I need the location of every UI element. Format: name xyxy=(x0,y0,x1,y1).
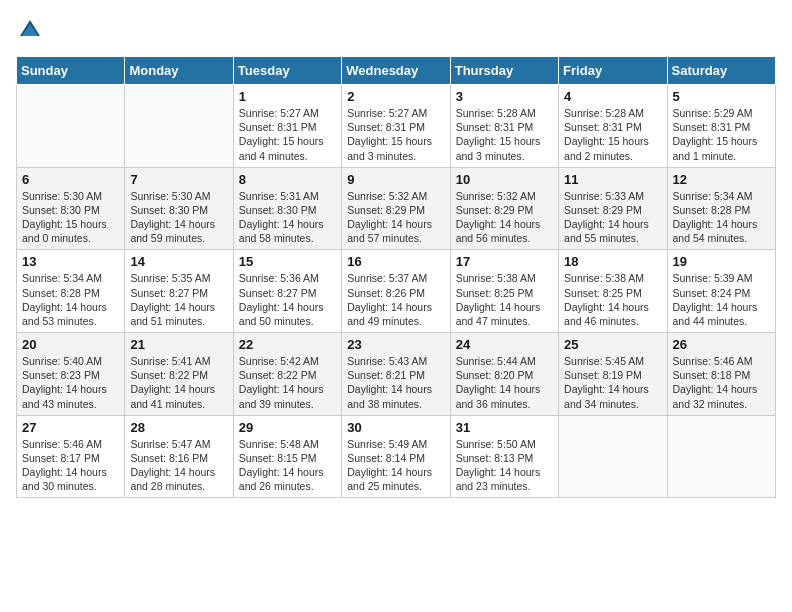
day-info: Sunrise: 5:49 AM Sunset: 8:14 PM Dayligh… xyxy=(347,437,444,494)
calendar-cell: 4Sunrise: 5:28 AM Sunset: 8:31 PM Daylig… xyxy=(559,85,667,168)
calendar-cell: 3Sunrise: 5:28 AM Sunset: 8:31 PM Daylig… xyxy=(450,85,558,168)
day-info: Sunrise: 5:46 AM Sunset: 8:18 PM Dayligh… xyxy=(673,354,770,411)
day-info: Sunrise: 5:45 AM Sunset: 8:19 PM Dayligh… xyxy=(564,354,661,411)
calendar-cell xyxy=(559,415,667,498)
day-number: 8 xyxy=(239,172,336,187)
day-number: 3 xyxy=(456,89,553,104)
day-number: 19 xyxy=(673,254,770,269)
day-info: Sunrise: 5:36 AM Sunset: 8:27 PM Dayligh… xyxy=(239,271,336,328)
day-number: 12 xyxy=(673,172,770,187)
day-number: 28 xyxy=(130,420,227,435)
page-header xyxy=(16,16,776,44)
calendar-cell: 19Sunrise: 5:39 AM Sunset: 8:24 PM Dayli… xyxy=(667,250,775,333)
calendar-cell: 11Sunrise: 5:33 AM Sunset: 8:29 PM Dayli… xyxy=(559,167,667,250)
calendar-cell: 17Sunrise: 5:38 AM Sunset: 8:25 PM Dayli… xyxy=(450,250,558,333)
calendar-cell: 18Sunrise: 5:38 AM Sunset: 8:25 PM Dayli… xyxy=(559,250,667,333)
day-number: 14 xyxy=(130,254,227,269)
calendar-cell: 15Sunrise: 5:36 AM Sunset: 8:27 PM Dayli… xyxy=(233,250,341,333)
day-info: Sunrise: 5:38 AM Sunset: 8:25 PM Dayligh… xyxy=(564,271,661,328)
calendar-cell: 23Sunrise: 5:43 AM Sunset: 8:21 PM Dayli… xyxy=(342,333,450,416)
calendar-week-row: 20Sunrise: 5:40 AM Sunset: 8:23 PM Dayli… xyxy=(17,333,776,416)
day-number: 23 xyxy=(347,337,444,352)
logo xyxy=(16,16,48,44)
day-number: 2 xyxy=(347,89,444,104)
day-number: 18 xyxy=(564,254,661,269)
calendar-cell: 21Sunrise: 5:41 AM Sunset: 8:22 PM Dayli… xyxy=(125,333,233,416)
calendar-header-wednesday: Wednesday xyxy=(342,57,450,85)
calendar-header-saturday: Saturday xyxy=(667,57,775,85)
day-number: 26 xyxy=(673,337,770,352)
day-number: 5 xyxy=(673,89,770,104)
calendar-cell: 29Sunrise: 5:48 AM Sunset: 8:15 PM Dayli… xyxy=(233,415,341,498)
day-number: 20 xyxy=(22,337,119,352)
day-number: 16 xyxy=(347,254,444,269)
day-number: 22 xyxy=(239,337,336,352)
day-number: 9 xyxy=(347,172,444,187)
day-info: Sunrise: 5:30 AM Sunset: 8:30 PM Dayligh… xyxy=(22,189,119,246)
day-number: 10 xyxy=(456,172,553,187)
day-info: Sunrise: 5:28 AM Sunset: 8:31 PM Dayligh… xyxy=(564,106,661,163)
day-info: Sunrise: 5:34 AM Sunset: 8:28 PM Dayligh… xyxy=(22,271,119,328)
day-number: 17 xyxy=(456,254,553,269)
calendar-week-row: 27Sunrise: 5:46 AM Sunset: 8:17 PM Dayli… xyxy=(17,415,776,498)
calendar-cell: 28Sunrise: 5:47 AM Sunset: 8:16 PM Dayli… xyxy=(125,415,233,498)
calendar-cell: 5Sunrise: 5:29 AM Sunset: 8:31 PM Daylig… xyxy=(667,85,775,168)
calendar-cell xyxy=(125,85,233,168)
day-number: 30 xyxy=(347,420,444,435)
day-number: 1 xyxy=(239,89,336,104)
calendar-cell: 8Sunrise: 5:31 AM Sunset: 8:30 PM Daylig… xyxy=(233,167,341,250)
day-info: Sunrise: 5:28 AM Sunset: 8:31 PM Dayligh… xyxy=(456,106,553,163)
day-info: Sunrise: 5:43 AM Sunset: 8:21 PM Dayligh… xyxy=(347,354,444,411)
calendar-header-thursday: Thursday xyxy=(450,57,558,85)
calendar-header-sunday: Sunday xyxy=(17,57,125,85)
calendar-cell: 13Sunrise: 5:34 AM Sunset: 8:28 PM Dayli… xyxy=(17,250,125,333)
day-info: Sunrise: 5:39 AM Sunset: 8:24 PM Dayligh… xyxy=(673,271,770,328)
calendar-header-monday: Monday xyxy=(125,57,233,85)
day-number: 13 xyxy=(22,254,119,269)
day-number: 15 xyxy=(239,254,336,269)
day-info: Sunrise: 5:50 AM Sunset: 8:13 PM Dayligh… xyxy=(456,437,553,494)
day-number: 21 xyxy=(130,337,227,352)
calendar-cell: 16Sunrise: 5:37 AM Sunset: 8:26 PM Dayli… xyxy=(342,250,450,333)
day-info: Sunrise: 5:48 AM Sunset: 8:15 PM Dayligh… xyxy=(239,437,336,494)
calendar-cell: 7Sunrise: 5:30 AM Sunset: 8:30 PM Daylig… xyxy=(125,167,233,250)
calendar-cell: 10Sunrise: 5:32 AM Sunset: 8:29 PM Dayli… xyxy=(450,167,558,250)
calendar-cell: 14Sunrise: 5:35 AM Sunset: 8:27 PM Dayli… xyxy=(125,250,233,333)
day-info: Sunrise: 5:31 AM Sunset: 8:30 PM Dayligh… xyxy=(239,189,336,246)
calendar-cell: 9Sunrise: 5:32 AM Sunset: 8:29 PM Daylig… xyxy=(342,167,450,250)
day-number: 29 xyxy=(239,420,336,435)
day-number: 31 xyxy=(456,420,553,435)
calendar-week-row: 13Sunrise: 5:34 AM Sunset: 8:28 PM Dayli… xyxy=(17,250,776,333)
day-info: Sunrise: 5:34 AM Sunset: 8:28 PM Dayligh… xyxy=(673,189,770,246)
day-info: Sunrise: 5:27 AM Sunset: 8:31 PM Dayligh… xyxy=(347,106,444,163)
day-info: Sunrise: 5:44 AM Sunset: 8:20 PM Dayligh… xyxy=(456,354,553,411)
calendar-week-row: 6Sunrise: 5:30 AM Sunset: 8:30 PM Daylig… xyxy=(17,167,776,250)
day-number: 6 xyxy=(22,172,119,187)
calendar-cell: 6Sunrise: 5:30 AM Sunset: 8:30 PM Daylig… xyxy=(17,167,125,250)
day-info: Sunrise: 5:38 AM Sunset: 8:25 PM Dayligh… xyxy=(456,271,553,328)
day-number: 4 xyxy=(564,89,661,104)
day-info: Sunrise: 5:41 AM Sunset: 8:22 PM Dayligh… xyxy=(130,354,227,411)
day-number: 25 xyxy=(564,337,661,352)
day-number: 11 xyxy=(564,172,661,187)
calendar-cell: 26Sunrise: 5:46 AM Sunset: 8:18 PM Dayli… xyxy=(667,333,775,416)
calendar-table: SundayMondayTuesdayWednesdayThursdayFrid… xyxy=(16,56,776,498)
calendar-header-row: SundayMondayTuesdayWednesdayThursdayFrid… xyxy=(17,57,776,85)
calendar-cell: 31Sunrise: 5:50 AM Sunset: 8:13 PM Dayli… xyxy=(450,415,558,498)
day-info: Sunrise: 5:27 AM Sunset: 8:31 PM Dayligh… xyxy=(239,106,336,163)
calendar-cell xyxy=(667,415,775,498)
day-info: Sunrise: 5:33 AM Sunset: 8:29 PM Dayligh… xyxy=(564,189,661,246)
calendar-cell: 20Sunrise: 5:40 AM Sunset: 8:23 PM Dayli… xyxy=(17,333,125,416)
day-info: Sunrise: 5:42 AM Sunset: 8:22 PM Dayligh… xyxy=(239,354,336,411)
day-info: Sunrise: 5:29 AM Sunset: 8:31 PM Dayligh… xyxy=(673,106,770,163)
day-info: Sunrise: 5:46 AM Sunset: 8:17 PM Dayligh… xyxy=(22,437,119,494)
calendar-cell: 30Sunrise: 5:49 AM Sunset: 8:14 PM Dayli… xyxy=(342,415,450,498)
day-info: Sunrise: 5:47 AM Sunset: 8:16 PM Dayligh… xyxy=(130,437,227,494)
day-number: 27 xyxy=(22,420,119,435)
calendar-cell xyxy=(17,85,125,168)
calendar-header-tuesday: Tuesday xyxy=(233,57,341,85)
calendar-week-row: 1Sunrise: 5:27 AM Sunset: 8:31 PM Daylig… xyxy=(17,85,776,168)
day-number: 7 xyxy=(130,172,227,187)
calendar-cell: 27Sunrise: 5:46 AM Sunset: 8:17 PM Dayli… xyxy=(17,415,125,498)
day-info: Sunrise: 5:35 AM Sunset: 8:27 PM Dayligh… xyxy=(130,271,227,328)
